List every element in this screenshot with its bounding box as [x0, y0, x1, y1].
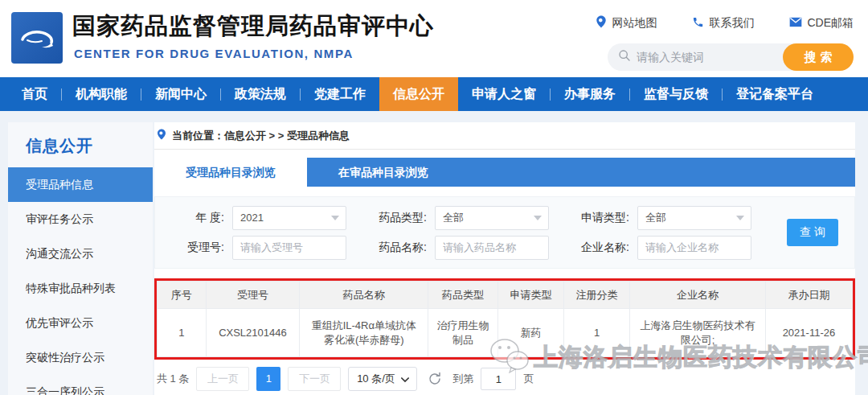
- tab-under-review-catalog[interactable]: 在审品种目录浏览: [307, 158, 460, 187]
- sidebar-item-accepted-varieties[interactable]: 受理品种信息: [8, 167, 153, 202]
- pagination-total: 共 1 条: [157, 372, 189, 386]
- cell-drug-name: 重组抗IL-4Rα单域抗体雾化液(毕赤酵母): [300, 309, 428, 357]
- col-header-apply-type: 申请类型: [497, 282, 563, 309]
- nav-item-supervision[interactable]: 监督与反馈: [630, 77, 722, 111]
- sitemap-link-label: 网站地图: [612, 16, 657, 31]
- table-row: 1 CXSL2101446 重组抗IL-4Rα单域抗体雾化液(毕赤酵母) 治疗用…: [158, 309, 853, 357]
- current-page-button[interactable]: 1: [256, 367, 280, 391]
- sidebar-item-three-in-one[interactable]: 三合一序列公示: [8, 375, 153, 395]
- breadcrumb-text: 当前位置：信息公开 > > 受理品种信息: [172, 129, 350, 143]
- year-select[interactable]: 2021: [232, 206, 346, 230]
- chevron-down-icon: [331, 216, 339, 220]
- col-header-company: 企业名称: [630, 282, 766, 309]
- nav-item-info-disclosure[interactable]: 信息公开: [379, 77, 458, 111]
- company-input[interactable]: [645, 241, 743, 253]
- nav-item-functions[interactable]: 机构职能: [62, 77, 141, 111]
- sidebar-item-communication[interactable]: 沟通交流公示: [8, 237, 153, 271]
- drug-name-label: 药品名称:: [369, 241, 427, 255]
- cell-date: 2021-11-26: [765, 309, 852, 357]
- prev-page-button[interactable]: 上一页: [196, 367, 249, 391]
- results-table: 序号 受理号 药品名称 药品类型 申请类型 注册分类 企业名称 承办日期 1 C…: [157, 281, 853, 357]
- swan-logo-icon: [16, 19, 58, 57]
- goto-page-suffix: 页: [523, 372, 534, 386]
- col-header-drug-name: 药品名称: [300, 282, 428, 309]
- col-header-date: 承办日期: [765, 282, 852, 309]
- page-size-value: 10 条/页: [357, 372, 395, 386]
- nav-item-home[interactable]: 首页: [8, 77, 61, 111]
- cell-drug-type: 治疗用生物制品: [428, 309, 498, 357]
- contact-us-link-label: 联系我们: [709, 16, 754, 31]
- pagination: 共 1 条 上一页 1 下一页 10 条/页 到第 页: [154, 367, 855, 391]
- cde-logo: [11, 12, 63, 64]
- cell-apply-type: 新药: [497, 309, 563, 357]
- goto-page-input[interactable]: [481, 368, 516, 390]
- year-select-value: 2021: [240, 212, 264, 224]
- table-header-row: 序号 受理号 药品名称 药品类型 申请类型 注册分类 企业名称 承办日期: [158, 282, 853, 309]
- apply-type-label: 申请类型:: [571, 211, 629, 225]
- phone-icon: [692, 16, 704, 31]
- cell-company: 上海洛启生物医药技术有限公司;: [630, 309, 766, 357]
- drug-type-select-value: 全部: [443, 211, 464, 225]
- drug-type-select[interactable]: 全部: [435, 206, 549, 230]
- mail-icon: [789, 17, 802, 30]
- search-input[interactable]: [637, 51, 765, 64]
- query-button[interactable]: 查询: [787, 219, 838, 246]
- cell-accept-no: CXSL2101446: [206, 309, 300, 357]
- year-label: 年 度:: [166, 211, 224, 225]
- sidebar-item-breakthrough-therapy[interactable]: 突破性治疗公示: [8, 340, 153, 375]
- chevron-down-icon: [401, 373, 409, 385]
- page: 国家药品监督管理局药品审评中心 CENTER FOR DRUG EVALUATI…: [0, 0, 868, 395]
- drug-name-input[interactable]: [443, 241, 541, 253]
- main-nav: 首页 机构职能 新闻中心 政策法规 党建工作 信息公开 申请人之窗 办事服务 监…: [0, 77, 868, 111]
- contact-us-link[interactable]: 联系我们: [692, 15, 754, 31]
- site-header: 国家药品监督管理局药品审评中心 CENTER FOR DRUG EVALUATI…: [0, 0, 868, 77]
- drug-name-field-wrap: [435, 236, 549, 260]
- col-header-reg-class: 注册分类: [564, 282, 630, 309]
- filter-panel: 年 度: 2021 药品类型: 全部 申请类型: 全部: [154, 196, 855, 269]
- chevron-down-icon: [736, 216, 744, 220]
- nav-item-registration-platform[interactable]: 登记备案平台: [723, 77, 827, 111]
- nav-item-policy[interactable]: 政策法规: [221, 77, 300, 111]
- sidebar-item-review-tasks[interactable]: 审评任务公示: [8, 202, 153, 237]
- nav-item-party[interactable]: 党建工作: [301, 77, 379, 111]
- site-title: 国家药品监督管理局药品审评中心: [72, 10, 434, 43]
- apply-type-select-value: 全部: [645, 211, 666, 225]
- tab-accepted-catalog[interactable]: 受理品种目录浏览: [154, 158, 307, 187]
- company-label: 企业名称:: [571, 241, 629, 255]
- site-subtitle: CENTER FOR DRUG EVALUATION, NMPA: [74, 47, 354, 60]
- company-field-wrap: [637, 236, 751, 260]
- filter-row-1: 年 度: 2021 药品类型: 全部 申请类型: 全部: [166, 204, 843, 231]
- cde-mailbox-link[interactable]: CDE邮箱: [789, 15, 854, 31]
- sidebar-item-special-approval[interactable]: 特殊审批品种列表: [8, 271, 153, 306]
- accept-no-field-wrap: [232, 236, 346, 260]
- header-quick-links: 网站地图 联系我们 CDE邮箱: [596, 15, 854, 31]
- col-header-accept-no: 受理号: [206, 282, 300, 309]
- col-header-index: 序号: [158, 282, 207, 309]
- refresh-icon[interactable]: [428, 372, 442, 386]
- nav-item-applicant-window[interactable]: 申请人之窗: [458, 77, 550, 111]
- sidebar: 信息公开 受理品种信息 审评任务公示 沟通交流公示 特殊审批品种列表 优先审评公…: [8, 122, 153, 395]
- nav-item-news[interactable]: 新闻中心: [141, 77, 220, 111]
- breadcrumb-pin-icon: [157, 129, 166, 142]
- site-search: 搜索: [608, 43, 854, 71]
- tab-bar: 受理品种目录浏览 在审品种目录浏览: [154, 158, 855, 187]
- main-content: 当前位置：信息公开 > > 受理品种信息 受理品种目录浏览 在审品种目录浏览 年…: [154, 122, 855, 395]
- accept-no-label: 受理号:: [166, 241, 224, 255]
- col-header-drug-type: 药品类型: [428, 282, 498, 309]
- cell-index: 1: [158, 309, 207, 357]
- search-icon: [618, 49, 631, 65]
- location-pin-icon: [596, 15, 607, 31]
- page-size-select[interactable]: 10 条/页: [348, 367, 417, 391]
- drug-type-label: 药品类型:: [369, 211, 427, 225]
- sidebar-item-priority-review[interactable]: 优先审评公示: [8, 306, 153, 340]
- apply-type-select[interactable]: 全部: [637, 206, 751, 230]
- sidebar-title: 信息公开: [8, 122, 153, 167]
- next-page-button[interactable]: 下一页: [288, 367, 341, 391]
- sitemap-link[interactable]: 网站地图: [596, 15, 657, 31]
- nav-item-services[interactable]: 办事服务: [551, 77, 629, 111]
- chevron-down-icon: [534, 216, 542, 220]
- search-button[interactable]: 搜索: [783, 43, 854, 71]
- accept-no-input[interactable]: [240, 241, 338, 253]
- cell-reg-class: 1: [564, 309, 630, 357]
- filter-row-2: 受理号: 药品名称: 企业名称:: [166, 234, 843, 261]
